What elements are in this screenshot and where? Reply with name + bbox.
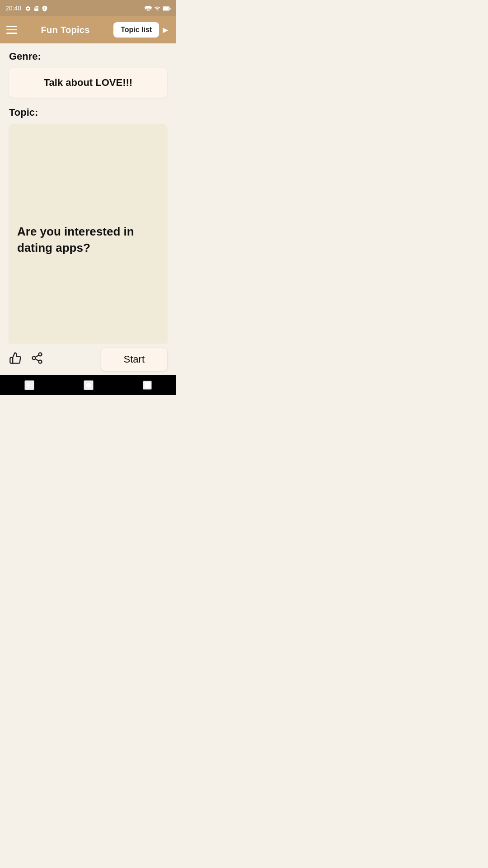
svg-line-7 [35,355,39,357]
svg-rect-1 [170,8,171,9]
svg-rect-9 [145,382,150,388]
app-bar: Fun Topics Topic list ► [0,16,176,43]
home-button[interactable] [84,380,94,390]
status-bar-right [145,5,171,12]
wifi-icon [145,5,152,12]
back-button[interactable] [24,380,34,390]
battery-icon [163,5,171,12]
vpn-icon [42,5,48,12]
status-time: 20:40 [5,5,21,12]
topic-box: Are you interested in dating apps? [9,124,167,377]
settings-icon [25,5,31,12]
svg-point-8 [86,383,91,388]
bottom-bar: Start [0,344,176,375]
status-bar: 20:40 [0,0,176,16]
chevron-right-icon: ► [161,25,170,35]
hamburger-menu-button[interactable] [6,26,17,34]
sd-card-icon [33,5,39,12]
bottom-actions-left [9,352,43,368]
topic-list-button[interactable]: Topic list [113,22,159,38]
app-title: Fun Topics [41,25,89,35]
status-bar-left: 20:40 [5,5,48,12]
svg-rect-2 [163,7,169,10]
genre-value: Talk about LOVE!!! [44,77,132,88]
genre-box: Talk about LOVE!!! [9,68,167,98]
topic-value: Are you interested in dating apps? [17,223,159,256]
status-icons [25,5,48,12]
like-button[interactable] [9,352,22,368]
svg-line-6 [35,359,39,361]
genre-label: Genre: [9,51,167,62]
recent-apps-button[interactable] [143,381,152,390]
topic-list-btn-container: Topic list ► [113,22,170,38]
signal-icon [154,5,160,12]
main-content: Genre: Talk about LOVE!!! Topic: Are you… [0,43,176,384]
start-button[interactable]: Start [101,348,167,371]
nav-bar [0,375,176,395]
share-button[interactable] [31,352,43,368]
topic-label: Topic: [9,107,167,118]
